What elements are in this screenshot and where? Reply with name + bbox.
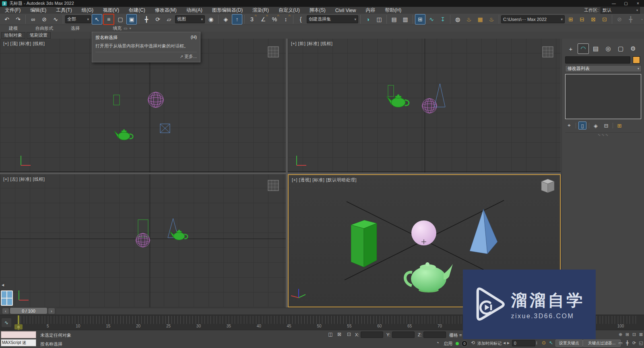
window-folder-icon[interactable]: ⊟ [577,14,587,25]
modifier-stack[interactable] [565,74,641,119]
menu-item-内容[interactable]: 内容 [361,7,380,14]
panel-rollout-divider[interactable]: ∿∿∿ [565,132,642,137]
keyboard-override-icon[interactable]: ↑ [232,14,242,25]
zoom-all-icon[interactable]: ⊞ [624,331,630,338]
orbit-icon[interactable]: ⟳ [631,340,637,346]
menu-item-文件(F)[interactable]: 文件(F) [0,7,25,14]
absolute-mode-icon[interactable]: ⊡ [345,331,353,338]
maxscript-mini-listener[interactable]: MAXScript 迷 [1,339,36,346]
sphere-object-left[interactable] [136,233,150,247]
key-mode-cursor-icon[interactable]: ↖ [547,340,555,346]
populate-group[interactable]: 填充 ▭ ▾ [113,25,131,31]
render-setup-icon[interactable]: ♨ [464,14,474,25]
rectangular-selection-icon[interactable]: ▢ [115,14,126,25]
menu-item-组(G)[interactable]: 组(G) [77,7,98,14]
viewcube[interactable] [543,47,553,57]
pink-sphere-object[interactable] [411,220,436,245]
key-filters-button[interactable]: 关键点过滤器... [583,340,621,347]
close-button[interactable]: × [632,0,644,7]
mirror-icon[interactable]: ◑ [363,14,373,25]
next-frame-button[interactable]: › [48,308,55,314]
previous-layout-button[interactable]: ◀ [0,282,6,288]
menu-item-修改器(M)[interactable]: 修改器(M) [150,7,182,14]
zoom-icon[interactable]: ⊕ [617,331,623,338]
menu-item-动画(A)[interactable]: 动画(A) [182,7,207,14]
configure-modifier-sets-icon[interactable]: ⊞ [615,121,623,130]
anim-icon[interactable]: ◔ [434,340,441,346]
schematic-view-icon[interactable]: ↧ [438,14,448,25]
frame-next-icon[interactable]: ▸ [506,340,510,346]
viewport-left[interactable]: [+] [左] [标准] [线框] [0,174,286,307]
tooltip-more-link[interactable]: 更多... [184,54,197,59]
menu-item-编辑(E)[interactable]: 编辑(E) [25,7,51,14]
zoom-extents-all-icon[interactable]: ⊠ [638,331,644,338]
maximize-button[interactable]: ▢ [620,0,632,7]
teapot-object-top[interactable] [114,129,133,140]
project-folder-dropdown[interactable]: C:\Users\··· Max 2022▾ [501,15,565,23]
window-gear-icon[interactable]: ⊞ [566,14,576,25]
window-crossing-icon[interactable]: ▣ [126,14,137,25]
curve-editor-icon[interactable]: ∿ [426,14,437,25]
pyramid-object-top[interactable] [160,124,170,133]
scene-explorer-icon[interactable]: ▤ [389,14,399,25]
bind-to-space-warp-icon[interactable]: ∿ [50,14,61,25]
green-box-object[interactable] [351,220,377,267]
named-selection-sets-icon[interactable]: { [295,14,306,25]
object-name-field[interactable] [565,56,630,64]
undo-icon[interactable]: ↶ [2,14,12,25]
remove-modifier-icon[interactable]: ⊟ [602,121,610,130]
ribbon-tab-选择[interactable]: 选择 [62,25,89,31]
percent-snap-icon[interactable]: %∩ [269,14,280,25]
set-key-icon[interactable]: ⊙ [540,340,547,346]
viewcube[interactable] [541,179,554,193]
render-production-icon[interactable]: ♨ [486,14,497,25]
z-field[interactable] [423,332,446,338]
ribbon-tab-建模[interactable]: 建模 [0,25,27,31]
set-keys-button[interactable]: 设置关键点 [555,340,583,347]
green-teapot-object[interactable] [405,262,453,292]
workspace-dropdown[interactable]: 默认 ▾ [601,7,640,14]
tab-hierarchy[interactable]: ▤ [590,43,601,54]
ribbon-subtab-笔刷设置[interactable]: 笔刷设置 [27,32,51,39]
teapot-object-front[interactable] [387,95,409,107]
pan-icon[interactable]: ╋ [624,340,630,346]
viewcube[interactable] [268,180,279,191]
menu-item-Civil View[interactable]: Civil View [330,7,361,14]
box-object-front[interactable] [388,85,394,97]
viewport-perspective-label[interactable]: [+] [透视] [标准] [默认明暗处理] [292,177,357,183]
disabled-circle-small-icon[interactable]: ● [637,14,644,25]
ribbon-subtab-绘制对象[interactable]: 绘制对象 [1,32,25,39]
zoom-region-icon[interactable]: ▭ [617,340,623,346]
object-color-swatch[interactable] [633,56,640,64]
tab-utilities[interactable]: ⚙ [627,43,639,54]
rendered-frame-icon[interactable]: ▦ [475,14,485,25]
select-manipulate-icon[interactable]: ◈ [221,14,231,25]
time-tag-icon[interactable]: ⟲ [469,340,477,346]
add-time-tag-label[interactable]: 添加时间标记 [477,341,502,346]
frame-number-field[interactable]: 0 [512,340,535,346]
tab-display[interactable]: ▢ [615,43,626,54]
select-rotate-icon[interactable]: ⟳ [153,14,163,25]
frame-prev-icon[interactable]: ◂ [502,340,506,346]
use-pivot-center-icon[interactable]: ◉ [206,14,216,25]
minimize-button[interactable]: — [608,0,620,7]
maximize-viewport-icon[interactable]: ◱ [638,340,644,346]
material-editor-icon[interactable]: ◍ [452,14,463,25]
window-export-icon[interactable]: ⊡ [599,14,610,25]
redo-icon[interactable]: ↷ [13,14,23,25]
disabled-tool-icon-1[interactable]: ⊘ [614,14,625,25]
zoom-extents-icon[interactable]: ⊡ [631,331,637,338]
window-arrow-icon[interactable]: ⊠ [588,14,599,25]
menu-item-自定义(U)[interactable]: 自定义(U) [274,7,305,14]
blue-pyramid-object[interactable] [470,209,497,254]
frame-spinner-icon[interactable]: ↕ [535,340,539,346]
selection-filter-dropdown[interactable]: 全部▾ [65,15,91,23]
viewport-left-label[interactable]: [+] [左] [标准] [线框] [3,176,45,182]
align-icon[interactable]: ◫ [374,14,384,25]
teapot-object-left[interactable] [170,230,188,240]
maxscript-macro-recorder[interactable] [1,331,36,338]
previous-frame-button[interactable]: ‹ [2,308,9,314]
spinner-snap-icon[interactable]: ↕∩ [281,14,291,25]
viewport-top-label[interactable]: [+] [顶] [标准] [线框] [3,41,45,47]
angle-snap-icon[interactable]: ∠∩ [258,14,268,25]
